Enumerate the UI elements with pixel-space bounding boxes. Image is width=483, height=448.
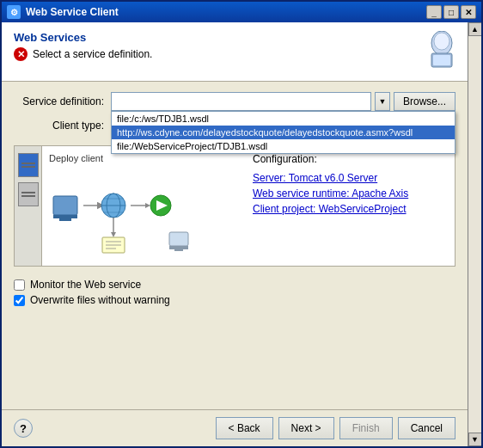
service-definition-input-group: ▼ Browse... file:/c:/ws/TDJB1.wsdl http:… — [111, 92, 455, 111]
svg-rect-23 — [169, 232, 188, 246]
dropdown-arrow-button[interactable]: ▼ — [375, 92, 390, 111]
header-section: Web Services ✕ Select a service definiti… — [2, 22, 468, 82]
svg-rect-5 — [53, 215, 77, 218]
monitor-label: Monitor the Web service — [30, 279, 141, 291]
dropdown-item-0[interactable]: file:/c:/ws/TDJB1.wsdl — [112, 112, 455, 126]
monitor-checkbox[interactable] — [14, 279, 25, 291]
indicator-line-4 — [21, 195, 35, 197]
form-section: Service definition: ▼ Browse... file:/c:… — [2, 82, 468, 142]
right-scrollbar: ▲ ▼ — [468, 22, 481, 446]
content-area: Web Services ✕ Select a service definiti… — [2, 22, 481, 446]
title-buttons: _ □ ✕ — [426, 5, 476, 19]
window-icon: ⚙ — [7, 5, 21, 19]
dropdown-item-1[interactable]: http://ws.cdyne.com/delayedstockquote/de… — [112, 126, 455, 139]
svg-marker-18 — [111, 232, 116, 237]
deploy-title: Deploy client — [49, 153, 244, 163]
close-button[interactable]: ✕ — [461, 5, 476, 19]
service-definition-label: Service definition: — [14, 95, 104, 107]
header-title: Web Services — [14, 31, 152, 44]
back-button[interactable]: < Back — [216, 417, 273, 439]
minimize-button[interactable]: _ — [426, 5, 442, 19]
main-content: Web Services ✕ Select a service definiti… — [2, 22, 468, 446]
error-icon: ✕ — [14, 47, 28, 61]
service-definition-dropdown: file:/c:/ws/TDJB1.wsdl http://ws.cdyne.c… — [111, 111, 455, 154]
indicator-line-1 — [21, 163, 35, 164]
svg-rect-25 — [174, 249, 183, 251]
config-title: Configuration: — [253, 153, 448, 165]
scroll-down-button[interactable]: ▼ — [468, 433, 482, 446]
svg-rect-3 — [433, 55, 450, 65]
finish-button[interactable]: Finish — [339, 417, 393, 439]
next-button[interactable]: Next > — [278, 417, 334, 439]
indicator-line-2 — [21, 166, 35, 168]
footer: ? < Back Next > Finish Cancel — [2, 409, 468, 446]
browse-button[interactable]: Browse... — [394, 92, 455, 111]
title-bar-left: ⚙ Web Service Client — [7, 5, 119, 19]
indicator-line-3 — [21, 192, 35, 193]
runtime-link[interactable]: Web service runtime: Apache Axis — [253, 187, 448, 199]
footer-left: ? — [14, 419, 33, 438]
help-button[interactable]: ? — [14, 419, 33, 438]
overwrite-checkbox-row: Overwrite files without warning — [14, 294, 455, 306]
client-type-label: Client type: — [14, 120, 104, 132]
diagram-sidebar — [15, 146, 42, 266]
monitor-checkbox-row: Monitor the Web service — [14, 279, 455, 291]
spacer — [2, 315, 468, 409]
title-bar: ⚙ Web Service Client _ □ ✕ — [2, 2, 481, 22]
svg-marker-14 — [145, 203, 150, 208]
overwrite-label: Overwrite files without warning — [30, 294, 170, 306]
cancel-button[interactable]: Cancel — [398, 417, 455, 439]
diagram-body: Deploy client — [42, 146, 455, 266]
scroll-up-button[interactable]: ▲ — [468, 22, 482, 36]
deploy-diagram — [49, 170, 204, 256]
svg-rect-24 — [169, 246, 188, 249]
header-left: Web Services ✕ Select a service definiti… — [14, 31, 152, 61]
dropdown-item-2[interactable]: file:/WebServiceProject/TDJB1.wsdl — [112, 139, 455, 153]
error-message: Select a service definition. — [33, 48, 152, 60]
server-link[interactable]: Server: Tomcat v6.0 Server — [253, 172, 448, 184]
overwrite-checkbox[interactable] — [14, 295, 25, 306]
project-link[interactable]: Client project: WebServiceProject — [253, 203, 448, 215]
window-title: Web Service Client — [26, 6, 119, 18]
sidebar-step-active — [18, 153, 39, 177]
svg-point-1 — [434, 33, 449, 50]
error-row: ✕ Select a service definition. — [14, 47, 152, 61]
diagram-section: Deploy client — [14, 145, 455, 267]
deploy-area: Deploy client — [49, 153, 244, 259]
svg-rect-6 — [59, 218, 71, 221]
footer-buttons: < Back Next > Finish Cancel — [216, 417, 455, 439]
svg-rect-4 — [53, 196, 77, 215]
main-window: ⚙ Web Service Client _ □ ✕ Web Services … — [0, 0, 483, 448]
checkboxes-section: Monitor the Web service Overwrite files … — [2, 273, 468, 315]
service-definition-row: Service definition: ▼ Browse... file:/c:… — [14, 92, 455, 111]
config-area: Configuration: Server: Tomcat v6.0 Serve… — [244, 153, 448, 259]
sidebar-step-inactive — [18, 182, 39, 206]
service-definition-input[interactable] — [111, 92, 371, 111]
maximize-button[interactable]: □ — [443, 5, 459, 19]
header-wizard-icon — [414, 31, 455, 72]
scroll-track[interactable] — [468, 36, 482, 433]
